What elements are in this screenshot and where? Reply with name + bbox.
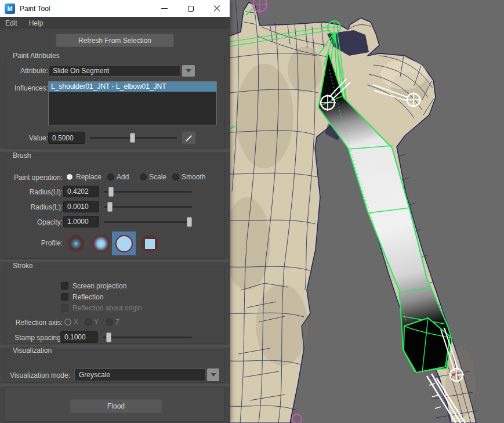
pencil-icon [184,133,194,143]
radius-l-slider[interactable] [104,201,192,212]
brush-title: Brush [10,151,34,160]
visualization-mode-dropdown-arrow-icon[interactable] [207,368,219,381]
opacity-slider-track [104,221,192,223]
opacity-input[interactable] [63,216,99,227]
paint-attributes-group: Paint Attributes Attribute: Slide On Seg… [5,56,225,149]
radius-l-slider-handle[interactable] [107,202,113,212]
separator [0,149,230,152]
stamp-spacing-label: Stamp spacing: [8,334,63,342]
stroke-group: Stroke Screen projection Reflection Refl… [5,266,225,344]
visualization-mode-dropdown[interactable]: Greyscale [74,368,206,381]
profile-gaussian-button[interactable] [66,233,86,254]
radio-replace-label: Replace [76,173,101,181]
profile-soft-button[interactable] [90,233,111,254]
screen-projection-label: Screen projection [72,282,126,290]
minimize-icon [161,8,168,9]
opacity-slider[interactable] [104,216,192,227]
axis-y-label: Y [94,318,99,326]
radio-smooth-label: Smooth [182,173,205,181]
refresh-from-selection-button[interactable]: Refresh From Selection [56,34,174,47]
attribute-label: Attribute: [11,67,48,75]
radio-smooth[interactable] [172,173,179,180]
axis-z-radio[interactable] [106,319,113,326]
gaussian-profile-icon [67,235,85,252]
axis-x-radio[interactable] [64,319,71,326]
influence-list-item[interactable]: L_shoulder01_JNT - L_elbow01_JNT [49,82,216,92]
reflection-about-origin-checkbox[interactable] [61,304,68,312]
visualization-title: Visualization [10,346,55,355]
solid-profile-icon [115,235,133,252]
value-label: Value: [11,134,48,142]
radio-scale-label: Scale [149,173,166,181]
window-controls [151,0,230,17]
window-title: Paint Tool [20,5,50,13]
paint-operation-label: Paint operation: [8,173,63,182]
axis-z-label: Z [115,318,119,326]
stamp-spacing-slider-track [103,337,192,338]
flood-button[interactable]: Flood [70,399,162,413]
opacity-slider-handle[interactable] [187,217,192,227]
maya-app-icon: M [5,3,15,14]
close-icon [213,5,220,12]
radio-add-label: Add [117,173,129,181]
radius-u-slider-handle[interactable] [108,187,114,197]
reflection-label: Reflection [72,293,103,301]
menu-help[interactable]: Help [29,19,43,27]
radius-u-slider[interactable] [104,186,192,197]
axis-x-label: X [74,318,78,326]
stamp-spacing-input[interactable] [60,331,98,343]
flood-group: Flood [5,388,225,422]
profile-label: Profile: [8,239,63,247]
opacity-label: Opacity: [8,218,63,226]
radius-u-slider-track [104,191,192,193]
axis-y-radio[interactable] [85,319,92,326]
paint-tool-window: M Paint Tool Edit Help Refresh From Sele… [0,0,230,423]
close-button[interactable] [204,0,230,17]
maximize-button[interactable] [177,0,204,17]
reflection-about-origin-label: Reflection about origin [72,304,142,312]
radius-l-slider-track [104,206,192,208]
radius-u-input[interactable] [63,186,99,197]
screen-projection-checkbox[interactable] [61,282,68,290]
viewport-scene [230,0,504,423]
stroke-title: Stroke [10,262,36,270]
brush-group: Brush Paint operation: Replace Add Scale… [5,156,225,259]
radius-l-label: Radius(L): [8,203,63,211]
profile-square-button[interactable] [139,233,160,254]
visualization-group: Visualization Visualization mode: Greysc… [5,350,225,383]
value-slider[interactable] [90,132,177,143]
pick-value-button[interactable] [182,131,196,144]
value-slider-handle[interactable] [130,133,135,143]
stamp-spacing-slider[interactable] [103,331,192,343]
paint-attributes-title: Paint Attributes [10,52,63,60]
radius-u-label: Radius(U): [8,188,63,196]
influences-list[interactable]: L_shoulder01_JNT - L_elbow01_JNT [48,81,217,125]
separator [0,384,230,386]
maximize-icon [188,6,194,12]
radio-scale[interactable] [140,173,147,180]
attribute-dropdown-arrow-icon[interactable] [182,65,195,77]
influences-label: Influences: [11,84,48,92]
reflection-checkbox[interactable] [61,293,68,301]
radio-add[interactable] [107,173,114,180]
value-input[interactable] [48,132,85,144]
tool-content: Refresh From Selection Paint Attributes … [0,29,230,423]
radio-replace[interactable] [66,173,73,180]
screen: M Paint Tool Edit Help Refresh From Sele… [0,0,504,423]
reflection-axis-label: Reflection axis: [8,319,63,327]
menubar: Edit Help [0,17,230,29]
profile-solid-button[interactable] [112,232,136,255]
menu-edit[interactable]: Edit [5,19,17,27]
minimize-button[interactable] [151,0,177,17]
square-profile-icon [141,235,158,252]
titlebar[interactable]: M Paint Tool [0,0,230,17]
radius-l-input[interactable] [63,201,99,212]
stamp-spacing-slider-handle[interactable] [106,332,111,342]
visualization-mode-label: Visualization mode: [8,371,70,379]
attribute-dropdown[interactable]: Slide On Segment [48,65,180,77]
soft-profile-icon [92,235,110,252]
viewport-3d[interactable] [230,0,504,423]
